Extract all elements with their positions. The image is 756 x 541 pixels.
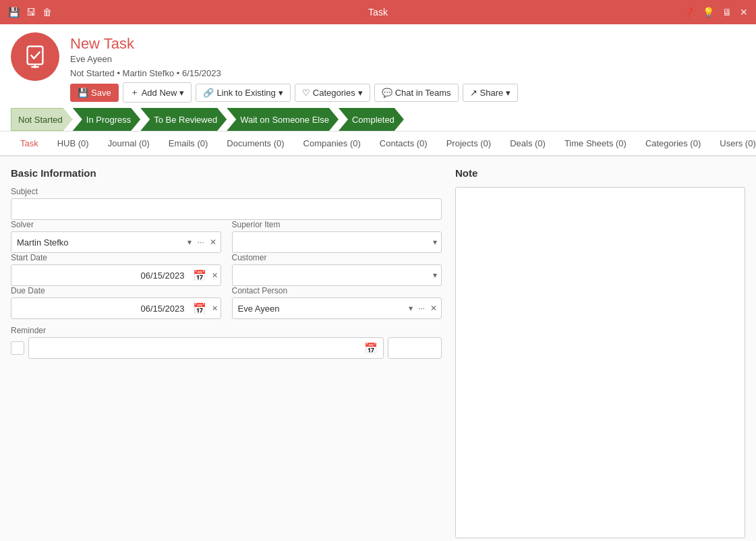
more-options-icon[interactable]: ···: [196, 236, 205, 248]
due-date-contact-row: Due Date 06/15/2023 📅 ✕ Contact Person E…: [11, 286, 442, 319]
chevron-down-icon[interactable]: ▾: [432, 236, 438, 248]
start-date-customer-row: Start Date 06/15/2023 📅 ✕ Customer ▾: [11, 253, 442, 286]
tab-projects[interactable]: Projects (0): [437, 132, 500, 156]
solver-select[interactable]: Martin Stefko ▾ ··· ✕: [11, 231, 221, 253]
solver-value: Martin Stefko: [11, 237, 183, 248]
tab-deals[interactable]: Deals (0): [500, 132, 555, 156]
header-info: New Task Eve Ayeen Not Started • Martin …: [70, 32, 745, 103]
floppy-icon[interactable]: 🖫: [26, 7, 36, 18]
link-to-existing-button[interactable]: 🔗 Link to Existing ▾: [196, 84, 290, 102]
heart-icon: ♡: [302, 88, 310, 98]
share-icon: ↗: [470, 88, 477, 98]
lightbulb-icon[interactable]: 💡: [703, 7, 714, 18]
note-title: Note: [455, 167, 745, 179]
header-area: New Task Eve Ayeen Not Started • Martin …: [0, 24, 756, 132]
contact-person-select[interactable]: Eve Ayeen ▾ ··· ✕: [232, 297, 442, 319]
status-to-be-reviewed[interactable]: To Be Reviewed: [140, 108, 227, 131]
reminder-calendar-icon[interactable]: 📅: [364, 342, 378, 355]
subject-input[interactable]: [11, 198, 442, 220]
chat-in-teams-button[interactable]: 💬 Chat in Teams: [374, 84, 459, 102]
reminder-label: Reminder: [11, 326, 442, 335]
reminder-date-input[interactable]: 📅: [28, 337, 384, 359]
note-textarea[interactable]: [455, 187, 745, 538]
chevron-down-icon[interactable]: ▾: [186, 236, 193, 248]
solver-superior-row: Solver Martin Stefko ▾ ··· ✕ Superior It…: [11, 220, 442, 253]
start-date-value: 06/15/2023: [11, 270, 190, 281]
clear-date-icon[interactable]: ✕: [209, 304, 221, 313]
clear-icon[interactable]: ✕: [208, 236, 218, 248]
status-not-started[interactable]: Not Started: [11, 108, 73, 131]
tab-categories[interactable]: Categories (0): [636, 132, 710, 156]
solver-col: Solver Martin Stefko ▾ ··· ✕: [11, 220, 221, 253]
left-panel: Basic Information Subject Solver Martin …: [11, 167, 455, 538]
chevron-down-icon: ▾: [179, 88, 184, 98]
more-options-icon[interactable]: ···: [417, 302, 426, 314]
solver-label: Solver: [11, 220, 221, 229]
customer-col: Customer ▾: [232, 253, 442, 286]
tab-users[interactable]: Users (0): [710, 132, 756, 156]
chevron-down-icon: ▾: [279, 88, 283, 98]
clear-date-icon[interactable]: ✕: [209, 271, 221, 280]
status-bar: Not Started In Progress To Be Reviewed W…: [11, 108, 745, 131]
superior-item-col: Superior Item ▾: [232, 220, 442, 253]
link-icon: 🔗: [203, 88, 214, 98]
tab-journal[interactable]: Journal (0): [98, 132, 159, 156]
add-new-button[interactable]: ＋ Add New ▾: [123, 82, 192, 103]
help-icon[interactable]: ❓: [683, 7, 695, 18]
record-assignee: Martin Stefko: [123, 68, 175, 78]
start-date-input[interactable]: 06/15/2023 📅 ✕: [11, 264, 221, 286]
chevron-down-icon[interactable]: ▾: [432, 269, 438, 281]
categories-button[interactable]: ♡ Categories ▾: [295, 84, 370, 102]
monitor-icon[interactable]: 🖥: [722, 7, 732, 18]
trash-icon[interactable]: 🗑: [42, 7, 52, 18]
reminder-row: 📅: [11, 337, 442, 359]
superior-item-select[interactable]: ▾: [232, 231, 442, 253]
tab-contacts[interactable]: Contacts (0): [370, 132, 437, 156]
status-completed[interactable]: Completed: [339, 108, 404, 131]
status-wait-on-someone-else[interactable]: Wait on Someone Else: [227, 108, 339, 131]
contact-person-label: Contact Person: [232, 286, 442, 295]
tab-task[interactable]: Task: [11, 132, 48, 156]
basic-info-title: Basic Information: [11, 167, 442, 179]
status-in-progress[interactable]: In Progress: [73, 108, 140, 131]
tab-emails[interactable]: Emails (0): [159, 132, 218, 156]
tab-time-sheets[interactable]: Time Sheets (0): [555, 132, 636, 156]
clear-icon[interactable]: ✕: [429, 302, 438, 314]
main-content: Basic Information Subject Solver Martin …: [0, 156, 756, 541]
customer-label: Customer: [232, 253, 442, 262]
save-icon: 💾: [78, 88, 88, 98]
calendar-icon[interactable]: 📅: [190, 269, 209, 282]
save-button[interactable]: 💾 Save: [70, 84, 119, 102]
tabs-row: Task HUB (0) Journal (0) Emails (0) Docu…: [0, 132, 756, 156]
record-meta: Not Started • Martin Stefko • 6/15/2023: [70, 68, 745, 78]
tab-documents[interactable]: Documents (0): [217, 132, 293, 156]
start-date-col: Start Date 06/15/2023 📅 ✕: [11, 253, 221, 286]
share-button[interactable]: ↗ Share ▾: [463, 84, 519, 102]
tab-companies[interactable]: Companies (0): [294, 132, 370, 156]
contact-person-col: Contact Person Eve Ayeen ▾ ··· ✕: [232, 286, 442, 319]
close-icon[interactable]: ✕: [740, 7, 748, 18]
plus-icon: ＋: [130, 86, 139, 98]
due-date-input[interactable]: 06/15/2023 📅 ✕: [11, 297, 221, 319]
avatar: [11, 32, 59, 81]
subject-label: Subject: [11, 187, 442, 196]
right-panel: Note: [455, 167, 745, 538]
customer-select[interactable]: ▾: [232, 264, 442, 286]
start-date-label: Start Date: [11, 253, 221, 262]
tab-hub[interactable]: HUB (0): [48, 132, 98, 156]
window-title: Task: [368, 7, 388, 18]
chat-icon: 💬: [382, 88, 392, 98]
calendar-icon[interactable]: 📅: [190, 302, 209, 315]
title-bar: 💾 🖫 🗑 Task ❓ 💡 🖥 ✕: [0, 0, 756, 24]
reminder-checkbox[interactable]: [11, 341, 24, 355]
record-subtitle: Eve Ayeen: [70, 54, 745, 64]
record-user: Eve Ayeen: [70, 54, 112, 64]
toolbar: 💾 Save ＋ Add New ▾ 🔗 Link to Existing ▾ …: [70, 82, 745, 103]
title-bar-right: ❓ 💡 🖥 ✕: [683, 7, 748, 18]
due-date-label: Due Date: [11, 286, 221, 295]
save-icon[interactable]: 💾: [8, 7, 20, 18]
chevron-down-icon: ▾: [358, 88, 363, 98]
contact-person-value: Eve Ayeen: [233, 304, 405, 314]
chevron-down-icon[interactable]: ▾: [407, 302, 414, 314]
reminder-time-input[interactable]: [388, 337, 442, 359]
